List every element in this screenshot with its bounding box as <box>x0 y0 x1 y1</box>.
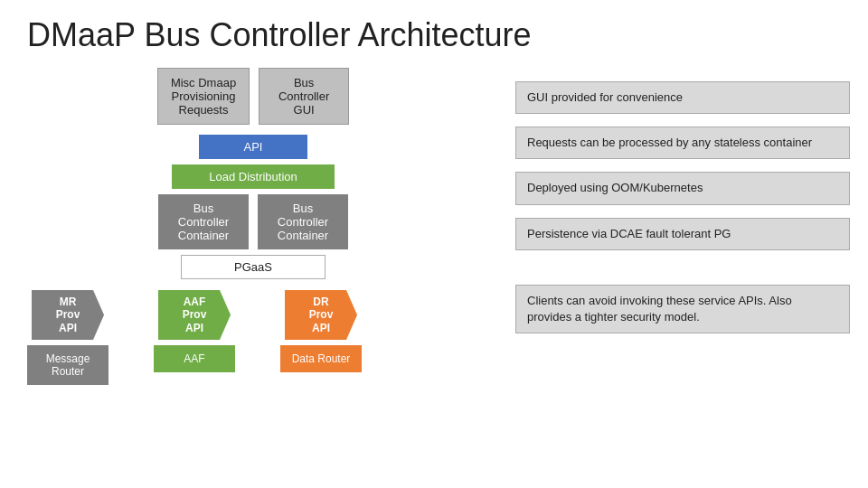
load-distribution-box: Load Distribution <box>172 164 335 189</box>
dr-prov-api: DR Prov API <box>285 290 357 340</box>
callout-area: GUI provided for convenience Requests ca… <box>488 68 850 385</box>
mr-prov-api: MR Prov API <box>32 290 104 340</box>
bus-controller-gui-box: Bus Controller GUI <box>259 68 349 125</box>
clients-callout: Clients can avoid invoking these service… <box>515 285 850 333</box>
bus-controller-container-1: Bus Controller Container <box>158 194 249 249</box>
message-router-box: Message Router <box>27 345 108 385</box>
data-router-box: Data Router <box>280 345 362 372</box>
page-title: DMaaP Bus Controller Architecture <box>0 0 868 63</box>
dr-group: DR Prov API Data Router <box>280 290 362 372</box>
bus-controller-container-2: Bus Controller Container <box>258 194 348 249</box>
gui-callout: GUI provided for convenience <box>515 81 850 114</box>
misc-dmaap-box: Misc Dmaap Provisioning Requests <box>157 68 250 125</box>
oom-callout: Deployed using OOM/Kubernetes <box>515 172 850 204</box>
diagram-area: Misc Dmaap Provisioning Requests Bus Con… <box>18 68 488 385</box>
mr-group: MR Prov API Message Router <box>27 290 108 385</box>
api-box: API <box>199 135 307 159</box>
aaf-box: AAF <box>154 345 235 372</box>
aaf-group: AAF Prov API AAF <box>154 290 235 372</box>
aaf-prov-api: AAF Prov API <box>158 290 231 340</box>
persistence-callout: Persistence via DCAE fault tolerant PG <box>515 218 850 250</box>
pgaas-box: PGaaS <box>181 255 326 279</box>
stateless-callout: Requests can be processed by any statele… <box>515 127 850 159</box>
